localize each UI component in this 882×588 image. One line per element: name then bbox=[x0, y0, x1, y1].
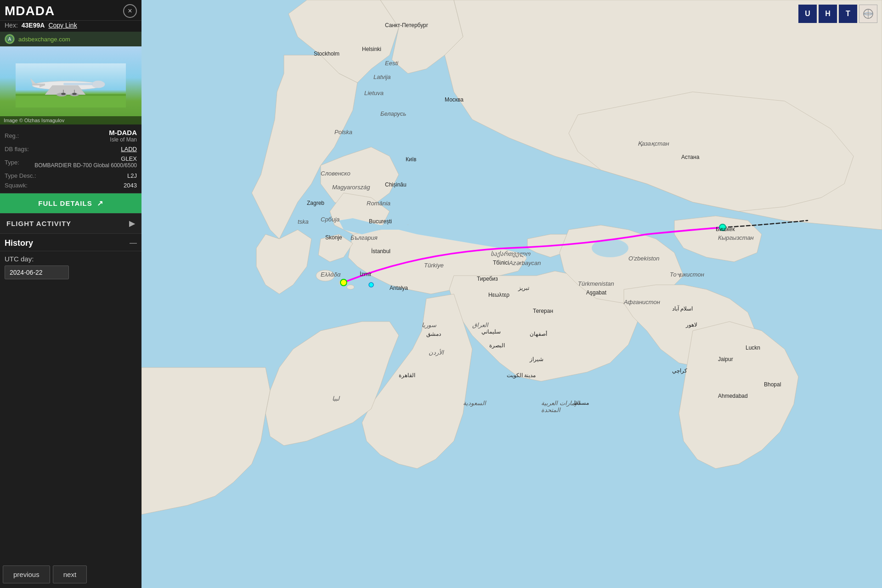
map-t-button[interactable]: T bbox=[839, 5, 857, 23]
db-flags-label: DB flags: bbox=[5, 146, 29, 153]
flight-activity-label: FLIGHT ACTIVITY bbox=[6, 220, 71, 227]
svg-rect-3 bbox=[16, 94, 126, 107]
map-area[interactable]: .sea { fill: #a8d4e8; } .land { fill: #e… bbox=[141, 0, 882, 588]
db-flags-value[interactable]: LADD bbox=[121, 146, 137, 153]
source-row: A adsbexchange.com bbox=[0, 32, 141, 46]
header-bar: MDADA × bbox=[0, 0, 141, 21]
hex-label: Hex: bbox=[5, 22, 18, 29]
arrow-right-icon: ▶ bbox=[129, 219, 135, 228]
callsign: MDADA bbox=[5, 4, 55, 18]
type-name: BOMBARDIER BD-700 Global 6000/6500 bbox=[34, 162, 137, 170]
svg-point-45 bbox=[340, 279, 347, 286]
full-details-button[interactable]: FULL DETAILS ↗ bbox=[0, 193, 141, 213]
svg-point-43 bbox=[624, 186, 651, 200]
map-u-button[interactable]: U bbox=[798, 5, 817, 23]
history-title: History bbox=[5, 238, 33, 248]
external-link-icon: ↗ bbox=[97, 199, 103, 208]
map-layer-button[interactable] bbox=[859, 5, 877, 23]
svg-rect-12 bbox=[63, 83, 93, 85]
svg-text:A: A bbox=[8, 37, 11, 42]
map-svg: .sea { fill: #a8d4e8; } .land { fill: #e… bbox=[141, 0, 882, 588]
reg-value: M-DADA bbox=[109, 129, 137, 136]
next-button[interactable]: next bbox=[53, 565, 87, 583]
utc-input[interactable] bbox=[5, 266, 69, 279]
utc-section: UTC day: bbox=[0, 251, 141, 282]
layer-icon bbox=[863, 8, 874, 19]
image-credit: Image © Olzhas Ismagulov bbox=[0, 116, 141, 124]
previous-button[interactable]: previous bbox=[3, 565, 50, 583]
copy-link[interactable]: Copy Link bbox=[48, 22, 77, 29]
squawk-label: Squawk: bbox=[5, 182, 28, 189]
db-flags-row: DB flags: LADD bbox=[5, 144, 137, 154]
svg-point-27 bbox=[316, 270, 334, 281]
svg-point-47 bbox=[719, 224, 726, 231]
source-name: adsbexchange.com bbox=[18, 36, 70, 43]
svg-point-46 bbox=[369, 283, 373, 287]
svg-point-16 bbox=[72, 93, 77, 95]
flight-activity-row[interactable]: FLIGHT ACTIVITY ▶ bbox=[0, 213, 141, 234]
utc-label: UTC day: bbox=[5, 255, 137, 263]
type-value: GLEX bbox=[34, 155, 137, 162]
squawk-value: 2043 bbox=[124, 182, 137, 189]
hex-value: 43E99A bbox=[22, 22, 45, 29]
aircraft-image: Image © Olzhas Ismagulov bbox=[0, 46, 141, 124]
type-row: Type: GLEX BOMBARDIER BD-700 Global 6000… bbox=[5, 154, 137, 171]
type-label: Type: bbox=[5, 159, 19, 166]
full-details-label: FULL DETAILS bbox=[38, 199, 92, 207]
sidebar: MDADA × Hex: 43E99A Copy Link A adsbexch… bbox=[0, 0, 141, 588]
reg-label: Reg.: bbox=[5, 132, 19, 139]
svg-point-15 bbox=[61, 93, 66, 95]
source-icon: A bbox=[5, 34, 15, 44]
close-button[interactable]: × bbox=[123, 4, 137, 18]
type-desc-label: Type Desc.: bbox=[5, 172, 36, 179]
nav-buttons: previous next bbox=[0, 561, 141, 588]
svg-point-29 bbox=[347, 285, 354, 289]
map-background: .sea { fill: #a8d4e8; } .land { fill: #e… bbox=[141, 0, 882, 588]
history-collapse[interactable]: — bbox=[130, 239, 137, 247]
hex-row: Hex: 43E99A Copy Link bbox=[0, 21, 141, 32]
map-controls: U H T bbox=[798, 5, 877, 23]
reg-sub: Isle of Man bbox=[109, 136, 137, 143]
plane-illustration bbox=[16, 63, 126, 107]
map-h-button[interactable]: H bbox=[819, 5, 837, 23]
type-desc-value: L2J bbox=[127, 172, 137, 179]
type-desc-row: Type Desc.: L2J bbox=[5, 171, 137, 181]
squawk-row: Squawk: 2043 bbox=[5, 181, 137, 190]
details-section: Reg.: M-DADA Isle of Man DB flags: LADD … bbox=[0, 124, 141, 193]
history-section: History — bbox=[0, 234, 141, 251]
svg-point-6 bbox=[92, 81, 105, 88]
reg-row: Reg.: M-DADA Isle of Man bbox=[5, 127, 137, 144]
